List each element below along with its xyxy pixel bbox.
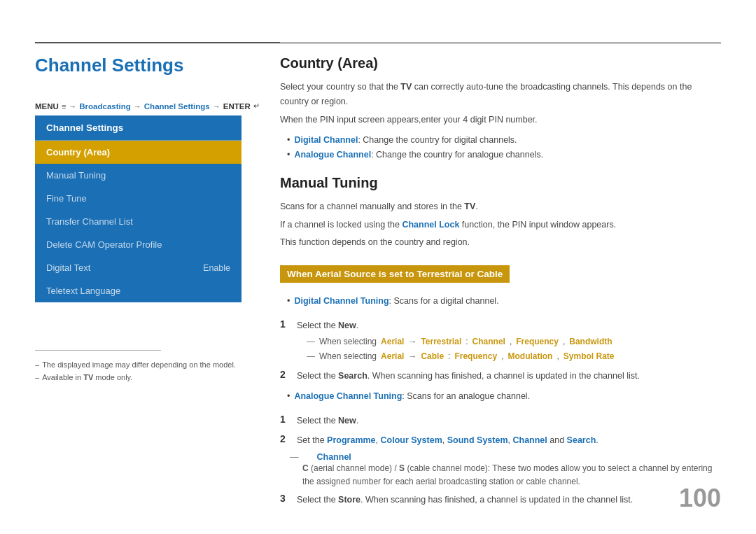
- digital-channel-tuning-bullet: Digital Channel Tuning: Scans for a digi…: [287, 294, 721, 309]
- numbered-item-2: 2 Select the Search. When scanning has f…: [280, 369, 721, 384]
- menu-icon: ≡: [62, 102, 66, 111]
- numbered-item-4: 2 Set the Programme, Colour System, Soun…: [280, 433, 721, 448]
- numbered-item-1: 1 Select the New. When selecting Aerial …: [280, 318, 721, 365]
- sidebar-item-fine-tune[interactable]: Fine Tune: [35, 187, 241, 210]
- notes-divider: [35, 350, 161, 351]
- manual-tuning-para1: Scans for a channel manually and stores …: [280, 199, 721, 214]
- breadcrumb-broadcasting[interactable]: Broadcasting: [79, 102, 131, 111]
- sidebar-item-label: Teletext Language: [46, 286, 120, 296]
- breadcrumb-channel-settings[interactable]: Channel Settings: [144, 102, 210, 111]
- breadcrumb-enter: ENTER: [223, 102, 251, 111]
- bullet-analogue-channel-tuning: Analogue Channel Tuning: Scans for an an…: [287, 389, 721, 404]
- sidebar-item-digital-text[interactable]: Digital Text Enable: [35, 256, 241, 279]
- country-area-body: Select your country so that the TV can c…: [280, 80, 721, 127]
- sidebar-item-teletext-language[interactable]: Teletext Language: [35, 279, 241, 302]
- country-area-title: Country (Area): [280, 55, 721, 71]
- analogue-channel-tuning-bullet: Analogue Channel Tuning: Scans for an an…: [287, 389, 721, 404]
- manual-tuning-section: Manual Tuning Scans for a channel manual…: [280, 175, 721, 507]
- content-divider: [280, 42, 721, 43]
- sidebar-item-label: Digital Text: [46, 262, 90, 273]
- sidebar-item-label: Delete CAM Operator Profile: [46, 239, 162, 250]
- sidebar-notes: – The displayed image may differ dependi…: [35, 350, 241, 386]
- page-title: Channel Settings: [35, 55, 183, 76]
- breadcrumb-arrow2: →: [134, 102, 141, 111]
- note-1: – The displayed image may differ dependi…: [35, 360, 241, 369]
- numbered-item-3: 1 Select the New.: [280, 414, 721, 428]
- channel-note: Channel C (aerial channel mode) / S (cab…: [290, 452, 721, 489]
- breadcrumb-arrow1: →: [69, 102, 76, 111]
- breadcrumb-menu: MENU: [35, 102, 59, 111]
- country-area-para1: Select your country so that the TV can c…: [280, 80, 721, 110]
- bullet-analogue-channel: Analogue Channel: Change the country for…: [287, 148, 721, 162]
- sub-bullet-terrestrial: When selecting Aerial → Terrestrial: Cha…: [307, 335, 614, 349]
- sidebar-item-country-area[interactable]: Country (Area): [35, 141, 241, 164]
- manual-tuning-para3: This function depends on the country and…: [280, 235, 721, 250]
- breadcrumb-arrow3: →: [213, 102, 220, 111]
- breadcrumb: MENU ≡ → Broadcasting → Channel Settings…: [35, 101, 260, 111]
- highlight-banner: When Aerial Source is set to Terrestrial…: [280, 265, 510, 283]
- manual-tuning-title: Manual Tuning: [280, 175, 721, 191]
- sidebar-title: Channel Settings: [35, 115, 241, 141]
- sidebar-item-delete-cam[interactable]: Delete CAM Operator Profile: [35, 233, 241, 256]
- sidebar-item-label: Fine Tune: [46, 193, 87, 204]
- sidebar-item-label: Transfer Channel List: [46, 216, 133, 227]
- sub-bullet-cable: When selecting Aerial → Cable: Frequency…: [307, 350, 614, 363]
- bullet-digital-channel: Digital Channel: Change the country for …: [287, 133, 721, 148]
- sidebar-item-label: Manual Tuning: [46, 170, 106, 181]
- note-2: – Available in TV mode only.: [35, 373, 241, 381]
- numbered-item-5: 3 Select the Store. When scanning has fi…: [280, 493, 721, 507]
- manual-tuning-body: Scans for a channel manually and stores …: [280, 199, 721, 250]
- content-area: Country (Area) Select your country so th…: [280, 42, 721, 515]
- sidebar-item-value: Enable: [203, 263, 230, 273]
- country-area-para2: When the PIN input screen appears,enter …: [280, 113, 721, 127]
- sidebar-item-label: Country (Area): [46, 147, 110, 157]
- bullet-digital-channel-tuning: Digital Channel Tuning: Scans for a digi…: [287, 294, 721, 309]
- page-number: 100: [679, 484, 721, 513]
- manual-tuning-para2: If a channel is locked using the Channel…: [280, 218, 721, 232]
- country-area-bullets: Digital Channel: Change the country for …: [287, 133, 721, 163]
- sidebar-item-transfer-channel-list[interactable]: Transfer Channel List: [35, 210, 241, 233]
- enter-icon: ↵: [253, 101, 260, 111]
- country-area-section: Country (Area) Select your country so th…: [280, 55, 721, 162]
- sidebar-menu: Channel Settings Country (Area) Manual T…: [35, 115, 241, 302]
- sidebar-item-manual-tuning[interactable]: Manual Tuning: [35, 164, 241, 187]
